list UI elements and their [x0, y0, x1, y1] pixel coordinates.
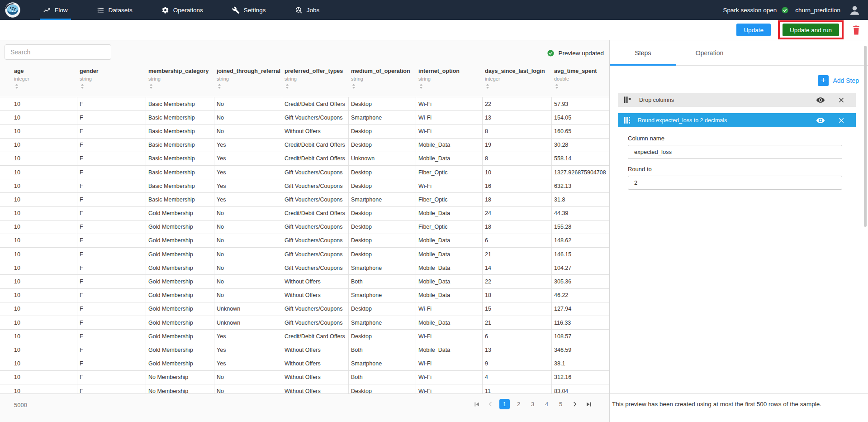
table-cell: 10 [0, 384, 77, 393]
close-icon[interactable] [838, 96, 845, 104]
table-cell: 10 [0, 139, 77, 152]
preview-status: Preview updated [547, 49, 604, 57]
step-row[interactable]: Drop columns [618, 93, 856, 107]
table-cell: No [214, 97, 282, 110]
next-page-button[interactable] [569, 399, 580, 409]
table-cell: Yes [214, 357, 282, 370]
table-cell: F [77, 166, 146, 179]
row-count: 5000 [14, 402, 27, 408]
table-cell: No [214, 248, 282, 261]
column-type: integer [485, 76, 552, 82]
drop-columns-icon [623, 96, 634, 104]
table-cell: 6 [483, 234, 552, 247]
table-bottom-bar: 5000 12345 [0, 393, 609, 422]
session-check-icon [781, 6, 789, 14]
round-to-input[interactable] [628, 176, 842, 190]
table-cell: 346.59 [552, 343, 609, 356]
table-cell: Desktop [349, 302, 416, 316]
nav-item-settings[interactable]: Settings [227, 0, 271, 20]
search-input[interactable] [5, 44, 111, 60]
column-name-input[interactable] [628, 145, 842, 159]
sort-icon[interactable] [285, 84, 290, 89]
table-cell: Gift Vouchers/Coupons [282, 179, 349, 192]
sort-icon[interactable] [554, 84, 560, 89]
table-row: 10FBasic MembershipYesGift Vouchers/Coup… [0, 193, 609, 206]
sort-icon[interactable] [351, 84, 356, 89]
table-cell: 57.93 [552, 97, 609, 110]
last-page-button[interactable] [583, 399, 594, 409]
table-cell: 83.04 [552, 384, 609, 393]
page-button-1[interactable]: 1 [499, 399, 510, 409]
table-cell: Unknown [214, 302, 282, 316]
table-cell: Gold Membership [146, 316, 214, 329]
plus-icon: + [818, 75, 829, 86]
table-cell: Gold Membership [146, 302, 214, 316]
sort-icon[interactable] [80, 84, 85, 89]
update-button[interactable]: Update [736, 24, 771, 36]
table-cell: 4 [483, 371, 552, 384]
page-button-3[interactable]: 3 [527, 399, 538, 409]
column-name-label: Column name [628, 135, 842, 142]
table-cell: Yes [214, 152, 282, 165]
user-avatar-icon[interactable] [849, 4, 861, 16]
settings-icon [232, 6, 240, 14]
table-cell: Gold Membership [146, 330, 214, 343]
table-row: 10FNo MembershipNoWithout OffersDesktopW… [0, 384, 609, 393]
sort-icon[interactable] [14, 84, 19, 89]
table-cell: Desktop [349, 166, 416, 179]
table-cell: Without Offers [282, 384, 349, 393]
table-row: 10FGold MembershipNoWithout OffersSmartp… [0, 289, 609, 302]
column-type: string [148, 76, 214, 82]
spark-session-status: Spark session open [723, 7, 777, 14]
table-cell: 10 [0, 316, 77, 329]
table-cell: Wi-Fi [416, 384, 483, 393]
table-row: 10FBasic MembershipNoGift Vouchers/Coupo… [0, 111, 609, 125]
column-header-preferred_offer_types: preferred_offer_typesstring [282, 68, 349, 89]
table-cell: 10 [0, 97, 77, 110]
table-cell: No [214, 384, 282, 393]
close-icon[interactable] [838, 117, 845, 124]
table-cell: 558.14 [552, 152, 609, 165]
table-cell: Gold Membership [146, 221, 214, 234]
page-button-5[interactable]: 5 [555, 399, 566, 409]
table-cell: 127.94 [552, 302, 609, 316]
table-cell: F [77, 289, 146, 302]
table-cell: F [77, 139, 146, 152]
panel-scrollbar[interactable] [864, 46, 867, 227]
page-button-4[interactable]: 4 [541, 399, 552, 409]
table-cell: No [214, 289, 282, 302]
table-cell: F [77, 357, 146, 370]
eye-icon[interactable] [816, 116, 825, 125]
datasets-icon [97, 6, 104, 14]
column-type: integer [14, 76, 77, 82]
update-and-run-button[interactable]: Update and run [783, 24, 839, 36]
table-cell: No [214, 207, 282, 220]
add-step-button[interactable]: + Add Step [610, 75, 859, 86]
table-cell: Gold Membership [146, 261, 214, 274]
delete-trash-icon[interactable] [852, 25, 861, 35]
nav-item-operations[interactable]: Operations [157, 0, 208, 20]
nav-item-jobs[interactable]: Jobs [290, 0, 325, 20]
sort-icon[interactable] [485, 84, 490, 89]
sort-icon[interactable] [148, 84, 154, 89]
sort-icon[interactable] [418, 84, 424, 89]
prev-page-button[interactable] [485, 399, 496, 409]
table-cell: F [77, 152, 146, 165]
step-row[interactable]: Round expected_loss to 2 decimals [618, 113, 856, 127]
sort-icon[interactable] [217, 84, 222, 89]
operations-icon [161, 6, 169, 14]
first-page-button[interactable] [471, 399, 482, 409]
flow-icon [43, 6, 51, 14]
table-cell: Basic Membership [146, 152, 214, 165]
page-button-2[interactable]: 2 [513, 399, 524, 409]
tab-steps[interactable]: Steps [610, 40, 676, 65]
table-row: 10FGold MembershipNoGift Vouchers/Coupon… [0, 234, 609, 248]
column-type: string [351, 76, 416, 82]
column-header-internet_option: internet_optionstring [416, 68, 483, 89]
tab-operation[interactable]: Operation [676, 40, 743, 65]
nav-item-flow[interactable]: Flow [38, 0, 73, 20]
table-cell: Wi-Fi [416, 97, 483, 110]
table-cell: Desktop [349, 139, 416, 152]
eye-icon[interactable] [816, 96, 825, 105]
nav-item-datasets[interactable]: Datasets [92, 0, 138, 20]
